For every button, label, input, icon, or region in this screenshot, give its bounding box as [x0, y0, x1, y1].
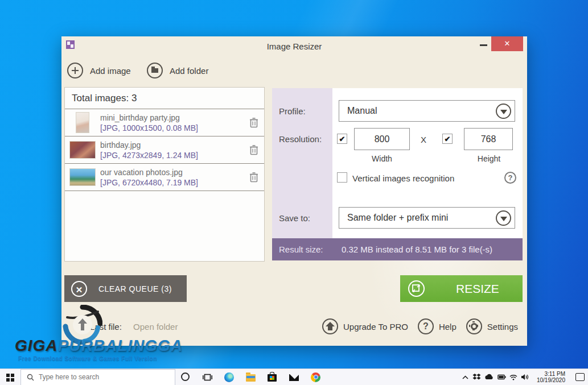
profile-value: Manual — [339, 106, 496, 116]
watermark-brand: GIGAPURBALINGGA — [15, 337, 183, 355]
add-folder-label: Add folder — [170, 66, 208, 76]
result-size-bar: Result size: 0.32 MB instead of 8.51 MB … — [272, 238, 523, 260]
desktop: Image Resizer ✕ Add image Add folder Tot… — [0, 0, 588, 385]
wifi-icon[interactable] — [509, 374, 517, 380]
image-queue-panel: Total images: 3 mini_birthday party.jpg … — [64, 87, 265, 262]
cortana-icon[interactable] — [181, 372, 191, 382]
save-to-label: Save to: — [279, 213, 310, 223]
plus-icon — [67, 63, 83, 78]
resize-icon — [408, 280, 425, 297]
search-icon — [27, 374, 34, 381]
footer-actions: Upgrade To PRO ? Help Settings — [322, 318, 523, 334]
save-to-value: Same folder + prefix mini — [339, 213, 496, 223]
delete-item-icon[interactable] — [249, 144, 258, 155]
clock-date: 10/19/2020 — [537, 377, 565, 383]
file-meta: [JPG, 1000x1500, 0.08 MB] — [100, 123, 244, 133]
resolution-label: Resolution: — [279, 134, 322, 144]
settings-panel: Profile: Resolution: Save to: Manual ✔ X… — [272, 88, 523, 260]
open-folder-link[interactable]: Open folder — [133, 322, 178, 332]
watermark-tagline: Free Download Software & Games Full Vers… — [18, 355, 157, 362]
battery-icon[interactable] — [497, 374, 506, 380]
profile-label: Profile: — [279, 106, 306, 116]
add-image-label: Add image — [90, 66, 131, 76]
file-name: birthday.jpg — [100, 140, 244, 150]
dropdown-arrow-icon — [496, 104, 511, 119]
taskbar: 3:11 PM 10/19/2020 — [0, 369, 588, 385]
image-resizer-window: Image Resizer ✕ Add image Add folder Tot… — [61, 36, 527, 346]
add-image-button[interactable]: Add image — [67, 63, 131, 78]
resize-button[interactable]: RESIZE — [400, 275, 523, 302]
clear-queue-label: CLEAR QUEUE (3) — [98, 284, 172, 293]
notification-icon[interactable] — [575, 373, 585, 381]
resolution-separator: X — [421, 135, 426, 144]
last-file-row: Last file: Open folder — [90, 322, 178, 332]
system-tray: 3:11 PM 10/19/2020 — [462, 371, 588, 383]
windows-start-icon[interactable] — [0, 369, 20, 385]
store-icon[interactable] — [268, 372, 277, 382]
volume-icon[interactable] — [521, 374, 529, 380]
titlebar[interactable]: Image Resizer ✕ — [61, 36, 527, 53]
chevron-up-icon[interactable] — [462, 375, 469, 380]
clear-queue-button[interactable]: ✕ CLEAR QUEUE (3) — [64, 275, 187, 302]
total-images-header: Total images: 3 — [65, 88, 264, 109]
width-caption: Width — [368, 154, 396, 163]
height-checkbox[interactable]: ✔ — [442, 134, 453, 144]
up-arrow-icon[interactable] — [322, 318, 338, 334]
image-thumbnail — [69, 141, 96, 159]
save-to-dropdown[interactable]: Same folder + prefix mini — [339, 207, 515, 229]
add-folder-button[interactable]: Add folder — [147, 63, 208, 78]
image-thumbnail — [76, 112, 89, 133]
question-icon[interactable]: ? — [504, 172, 516, 184]
file-meta: [JPG, 6720x4480, 7.19 MB] — [100, 177, 244, 188]
task-view-icon[interactable] — [203, 372, 212, 382]
clock-time: 3:11 PM — [537, 371, 565, 377]
image-thumbnail — [69, 168, 96, 186]
minimize-button[interactable] — [475, 40, 492, 50]
dropdown-arrow-icon — [496, 210, 511, 226]
gear-icon[interactable] — [466, 318, 482, 334]
search-input[interactable] — [39, 373, 153, 381]
profile-dropdown[interactable]: Manual — [339, 100, 515, 122]
taskbar-clock[interactable]: 3:11 PM 10/19/2020 — [537, 371, 565, 383]
resize-label: RESIZE — [456, 282, 499, 296]
clear-x-icon: ✕ — [71, 281, 87, 297]
height-input[interactable] — [464, 128, 513, 150]
queue-row[interactable]: birthday.jpg [JPG, 4273x2849, 1.24 MB] — [65, 136, 264, 164]
edge-icon[interactable] — [224, 372, 234, 382]
file-name: our vacation photos.jpg — [100, 167, 244, 177]
settings-link[interactable]: Settings — [487, 322, 518, 332]
chrome-icon[interactable] — [311, 372, 320, 382]
close-button[interactable]: ✕ — [491, 36, 523, 51]
dropbox-icon[interactable] — [472, 373, 481, 381]
window-title: Image Resizer — [61, 42, 527, 51]
folder-icon — [147, 63, 163, 78]
height-caption: Height — [473, 154, 505, 163]
upgrade-pro-link[interactable]: Upgrade To PRO — [343, 322, 408, 332]
mail-icon[interactable] — [289, 372, 299, 382]
help-link[interactable]: Help — [439, 322, 457, 332]
vertical-recognition-checkbox[interactable] — [337, 172, 347, 183]
onedrive-icon[interactable] — [484, 374, 494, 380]
delete-item-icon[interactable] — [249, 117, 258, 128]
result-size-value: 0.32 MB instead of 8.51 MB for 3 file(-s… — [342, 245, 492, 254]
queue-row[interactable]: our vacation photos.jpg [JPG, 6720x4480,… — [65, 164, 264, 191]
file-explorer-icon[interactable] — [246, 372, 256, 382]
file-meta: [JPG, 4273x2849, 1.24 MB] — [100, 150, 244, 160]
queue-row[interactable]: mini_birthday party.jpg [JPG, 1000x1500,… — [65, 109, 264, 136]
width-checkbox[interactable]: ✔ — [337, 134, 347, 144]
taskbar-apps — [181, 372, 320, 382]
result-size-label: Result size: — [279, 245, 323, 254]
width-input[interactable] — [354, 128, 410, 150]
taskbar-search[interactable] — [20, 369, 175, 385]
help-icon[interactable]: ? — [418, 318, 434, 334]
vertical-recognition-label: Vertical images recognition — [352, 173, 454, 183]
delete-item-icon[interactable] — [249, 172, 258, 183]
file-name: mini_birthday party.jpg — [100, 113, 244, 123]
minimize-icon — [480, 44, 487, 46]
